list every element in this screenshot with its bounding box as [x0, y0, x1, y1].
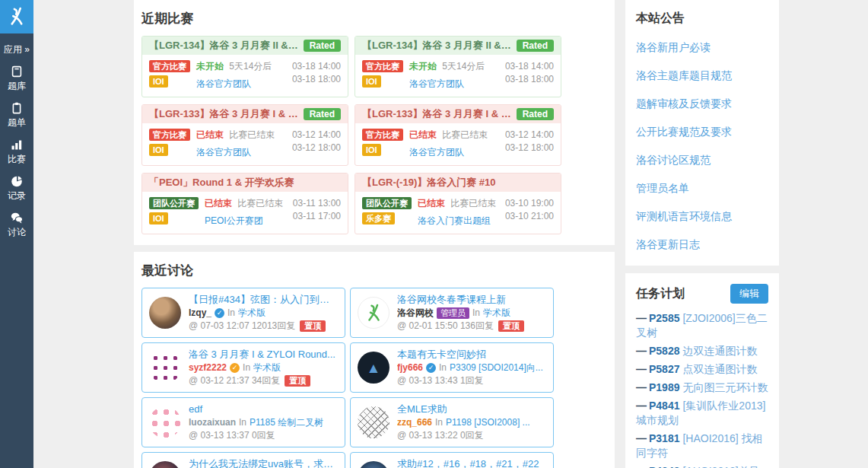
- in-label: In: [239, 417, 246, 428]
- announcement-link[interactable]: 题解审核及反馈要求: [636, 97, 768, 111]
- announcement-link[interactable]: 洛谷新用户必读: [636, 41, 768, 55]
- contest-title-link[interactable]: 【LGR-134】洛谷 3 月月赛 II &「GLR ...: [149, 39, 299, 53]
- discussion-timestamp: @ 02-01 15:50 136回复: [397, 320, 494, 332]
- discussion-title-link[interactable]: edf: [189, 403, 338, 415]
- discussion-title-link[interactable]: 全MLE求助: [397, 403, 546, 415]
- task-problem-id-link[interactable]: P4248: [649, 465, 679, 468]
- discussion-card: 【日报#434】弦图：从入门到入入... lzqy_ ✓ In 学术版 @ 07…: [141, 288, 345, 338]
- discussion-card: 洛谷 3 月月赛 I & ZYLOI Round... syzf2222 ✓ I…: [141, 342, 345, 393]
- task-problem-id-link[interactable]: P5828: [649, 345, 679, 357]
- discussion-forum-link[interactable]: P3309 [SDOI2014]向...: [450, 362, 543, 374]
- contest-title-link[interactable]: 【LGR-133】洛谷 3 月月赛 I & ZYLOI ...: [362, 107, 512, 121]
- contest-organizer-link[interactable]: 洛谷入门赛出题组: [418, 215, 491, 228]
- discussion-card: 全MLE求助 zzq_666 ✓ In P1198 [JSOI2008] ...…: [350, 397, 554, 447]
- discussion-forum-link[interactable]: 学术版: [483, 307, 510, 319]
- contest-end-time: 03-10 21:00: [505, 210, 554, 223]
- task-problem-title-link[interactable]: [AHOI2013]差异: [682, 465, 759, 468]
- discussion-author-line: lzqy_ ✓ In 学术版: [189, 307, 338, 319]
- left-nav: 应用 » 题库 题单 比赛 记录: [0, 0, 33, 468]
- task-problem-id-link[interactable]: P4841: [649, 400, 679, 412]
- user-avatar[interactable]: [358, 297, 389, 329]
- contest-times: 03-12 14:00 03-12 18:00: [292, 129, 341, 154]
- user-avatar[interactable]: [149, 352, 181, 384]
- discussion-card: 求助#12，#16，#18，#21，#22 GODTREE ✓ In P8976…: [350, 452, 554, 468]
- contest-status-note: 比赛已结束: [442, 129, 488, 140]
- task-problem-id-link[interactable]: P1989: [649, 381, 679, 393]
- sidebar-item-discuss[interactable]: 讨论: [0, 212, 33, 239]
- announcement-link[interactable]: 洛谷讨论区规范: [636, 154, 768, 167]
- contest-card-body: 团队公开赛 乐多赛 已结束 比赛已结束 洛谷入门赛出题组 03-10 19:00: [355, 192, 561, 234]
- user-avatar[interactable]: [358, 461, 389, 468]
- discussion-timestamp: @ 07-03 12:07 12013回复: [189, 320, 295, 332]
- discussion-forum-link[interactable]: P1198 [JSOI2008] ...: [446, 417, 530, 428]
- discussion-author-link[interactable]: lzqy_: [189, 307, 211, 319]
- contest-start-time: 03-18 14:00: [292, 60, 341, 73]
- sidebar-item-contests[interactable]: 比赛: [0, 138, 33, 166]
- discussion-title-link[interactable]: 洛谷网校冬春季课程上新: [397, 294, 546, 306]
- user-avatar[interactable]: [149, 406, 181, 438]
- contest-organizer-link[interactable]: 洛谷官方团队: [409, 78, 464, 91]
- user-avatar[interactable]: [149, 461, 181, 468]
- discussion-title-link[interactable]: 为什么我无法绑定uva账号，求佬...: [189, 458, 338, 468]
- main-column: 近期比赛 【LGR-134】洛谷 3 月月赛 II &「GLR ... Rate…: [134, 0, 615, 468]
- discussion-title-link[interactable]: 求助#12，#16，#18，#21，#22: [397, 458, 546, 468]
- task-problem-title-link[interactable]: 无向图三元环计数: [682, 381, 768, 393]
- discussion-title-link[interactable]: 本题有无卡空间妙招: [397, 349, 546, 361]
- task-item: —P5828边双连通图计数: [636, 344, 768, 358]
- discussion-author-link[interactable]: zzq_666: [397, 417, 432, 428]
- contest-title-link[interactable]: 「PEOI」Round 1 & 开学欢乐赛: [149, 176, 294, 189]
- announcement-link[interactable]: 管理员名单: [636, 182, 768, 196]
- discussion-forum-link[interactable]: 学术版: [253, 362, 281, 374]
- contest-title-link[interactable]: 【LGR-(-19)】洛谷入门赛 #10: [362, 176, 496, 189]
- sidebar-item-problem-lists[interactable]: 题单: [0, 102, 33, 129]
- luogu-logo[interactable]: [0, 0, 33, 33]
- in-label: In: [435, 417, 443, 428]
- discussion-forum-link[interactable]: 学术版: [238, 307, 265, 319]
- announcement-link[interactable]: 洛谷更新日志: [636, 238, 768, 252]
- contest-start-time: 03-10 19:00: [505, 197, 554, 210]
- dash-bullet-icon: —: [636, 312, 647, 324]
- task-problem-id-link[interactable]: P3181: [649, 432, 679, 444]
- apps-toggle[interactable]: 应用 »: [0, 43, 33, 56]
- in-label: In: [472, 307, 480, 319]
- task-item: —P3181[HAOI2016] 找相同字符: [636, 431, 768, 460]
- discussion-meta-line: @ 03-12 21:37 34回复 置顶: [189, 375, 338, 387]
- contest-card-header: 【LGR-(-19)】洛谷入门赛 #10: [355, 174, 561, 192]
- announcement-link[interactable]: 洛谷主题库题目规范: [636, 69, 768, 83]
- discussion-timestamp: @ 03-13 13:37 0回复: [189, 430, 275, 441]
- contest-organizer-link[interactable]: PEOI公开赛团: [205, 215, 263, 228]
- task-plan-heading: 任务计划: [636, 286, 685, 302]
- contest-organizer-link[interactable]: 洛谷官方团队: [196, 146, 251, 159]
- recent-discussions-heading: 最近讨论: [141, 262, 607, 279]
- contest-title-link[interactable]: 【LGR-134】洛谷 3 月月赛 II &「GLR-...: [362, 39, 512, 53]
- task-problem-id-link[interactable]: P2585: [649, 312, 679, 324]
- discussion-card: ▲ 本题有无卡空间妙招 fjy666 ✓ In P3309 [SDOI2014]…: [350, 342, 554, 393]
- user-avatar[interactable]: ▲: [358, 352, 389, 384]
- contest-tags: 团队公开赛 乐多赛: [362, 197, 412, 224]
- sidebar-item-problems[interactable]: 题库: [0, 65, 33, 93]
- contest-card-body: 团队公开赛 IOI 已结束 比赛已结束 PEOI公开赛团 03-11 13:00: [142, 192, 348, 234]
- contest-organizer-link[interactable]: 洛谷官方团队: [196, 78, 251, 91]
- discussion-author-link[interactable]: 洛谷网校: [397, 307, 434, 319]
- task-problem-title-link[interactable]: 点双连通图计数: [682, 363, 757, 375]
- sidebar-item-records[interactable]: 记录: [0, 175, 33, 202]
- discussion-author-link[interactable]: syzf2222: [189, 362, 227, 374]
- task-problem-title-link[interactable]: 边双连通图计数: [682, 345, 757, 357]
- discussion-author-link[interactable]: fjy666: [397, 362, 423, 374]
- contest-organizer-link[interactable]: 洛谷官方团队: [409, 146, 464, 159]
- contest-end-time: 03-12 18:00: [292, 142, 341, 154]
- user-avatar[interactable]: [358, 406, 389, 438]
- contest-title-link[interactable]: 【LGR-133】洛谷 3 月月赛 I & ZYLOI ...: [149, 107, 299, 121]
- discussion-title-link[interactable]: 洛谷 3 月月赛 I & ZYLOI Round...: [189, 349, 338, 361]
- apps-label: 应用: [4, 44, 22, 55]
- discussion-forum-link[interactable]: P1185 绘制二叉树: [250, 417, 323, 428]
- user-avatar[interactable]: [149, 297, 181, 329]
- announcement-link[interactable]: 评测机语言环境信息: [636, 210, 768, 224]
- contest-times: 03-18 14:00 03-18 18:00: [292, 60, 341, 86]
- task-problem-id-link[interactable]: P5827: [649, 363, 679, 375]
- contest-type-tag: 团队公开赛: [362, 197, 412, 209]
- discussion-title-link[interactable]: 【日报#434】弦图：从入门到入入...: [189, 294, 338, 306]
- discussion-author-link[interactable]: luozaixuan: [189, 417, 236, 428]
- edit-button[interactable]: 编辑: [730, 284, 768, 304]
- announcement-link[interactable]: 公开比赛规范及要求: [636, 126, 768, 139]
